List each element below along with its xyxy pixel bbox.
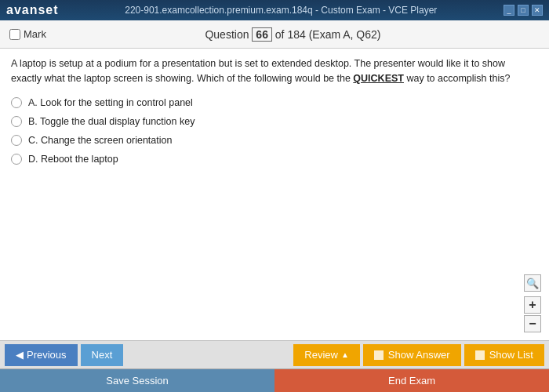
radio-b[interactable]	[11, 116, 22, 127]
prev-arrow-icon: ◀	[16, 349, 24, 361]
radio-c[interactable]	[11, 135, 22, 146]
option-a[interactable]: A. Look for the setting in control panel	[11, 97, 538, 108]
zoom-out-button[interactable]: −	[524, 315, 541, 332]
show-answer-icon	[374, 350, 384, 360]
zoom-controls: 🔍 + −	[524, 274, 541, 332]
option-b-label: B. Toggle the dual display function key	[28, 116, 195, 127]
option-d[interactable]: D. Reboot the laptop	[11, 154, 538, 165]
main-content: A laptop is setup at a podium for a pres…	[0, 49, 549, 340]
previous-label: Previous	[27, 349, 67, 361]
quickest-highlight: QUICKEST	[353, 73, 404, 84]
nav-bar: ◀ Previous Next Review ▲ Show Answer Sho…	[0, 340, 549, 368]
question-text: A laptop is setup at a podium for a pres…	[11, 56, 538, 86]
header-bar: Mark Question 66 of 184 (Exam A, Q62)	[0, 20, 549, 49]
radio-a[interactable]	[11, 97, 22, 108]
show-answer-button[interactable]: Show Answer	[363, 344, 461, 366]
zoom-search-button[interactable]: 🔍	[524, 274, 541, 292]
question-number: 66	[252, 27, 272, 42]
maximize-button[interactable]: □	[518, 5, 529, 16]
review-button[interactable]: Review ▲	[293, 344, 360, 366]
logo-suffix: set	[38, 3, 58, 16]
previous-button[interactable]: ◀ Previous	[5, 344, 78, 366]
question-info: Question 66 of 184 (Exam A, Q62)	[46, 27, 540, 42]
title-bar: avanset 220-901.examcollection.premium.e…	[0, 0, 549, 20]
logo-text: avan	[6, 3, 38, 16]
save-session-button[interactable]: Save Session	[0, 369, 274, 392]
total-questions: 184	[287, 28, 305, 41]
end-exam-button[interactable]: End Exam	[274, 369, 549, 392]
action-bar: Save Session End Exam	[0, 368, 549, 392]
show-list-icon	[475, 350, 485, 360]
mark-label[interactable]: Mark	[9, 28, 46, 40]
option-b[interactable]: B. Toggle the dual display function key	[11, 116, 538, 127]
exam-info: (Exam A, Q62)	[309, 28, 381, 41]
window-title: 220-901.examcollection.premium.exam.184q…	[59, 5, 504, 16]
of-label: of	[275, 28, 288, 41]
show-answer-label: Show Answer	[388, 349, 450, 361]
review-caret-icon: ▲	[341, 350, 349, 359]
minimize-button[interactable]: _	[504, 5, 514, 16]
option-a-label: A. Look for the setting in control panel	[28, 97, 193, 108]
options-list: A. Look for the setting in control panel…	[11, 97, 538, 165]
option-c-label: C. Change the screen orientation	[28, 135, 172, 146]
show-list-button[interactable]: Show List	[464, 344, 544, 366]
close-button[interactable]: ✕	[532, 5, 543, 16]
window-controls: _ □ ✕	[504, 5, 543, 16]
app-logo: avanset	[6, 3, 59, 17]
mark-checkbox[interactable]	[9, 29, 20, 40]
zoom-in-button[interactable]: +	[524, 296, 541, 314]
mark-text: Mark	[24, 28, 46, 40]
radio-d[interactable]	[11, 154, 22, 165]
next-label: Next	[92, 349, 113, 361]
review-label: Review	[304, 349, 338, 361]
next-button[interactable]: Next	[81, 344, 124, 366]
question-label: Question	[205, 28, 249, 41]
option-d-label: D. Reboot the laptop	[28, 154, 118, 165]
show-list-label: Show List	[489, 349, 533, 361]
option-c[interactable]: C. Change the screen orientation	[11, 135, 538, 146]
